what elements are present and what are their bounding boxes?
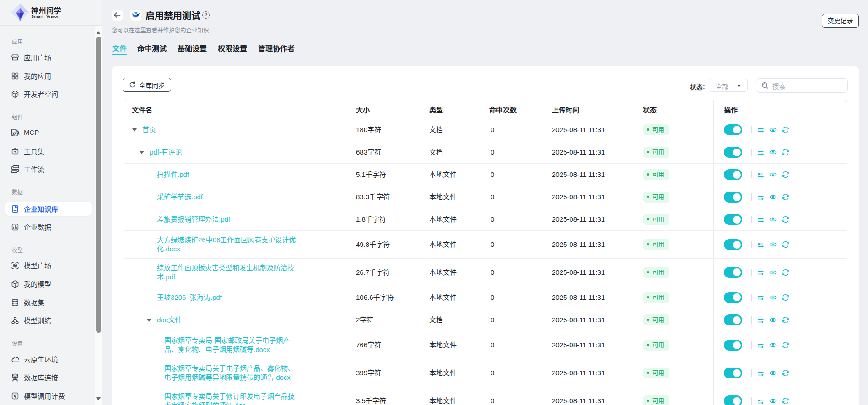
svg-text:MCP: MCP xyxy=(11,133,20,136)
